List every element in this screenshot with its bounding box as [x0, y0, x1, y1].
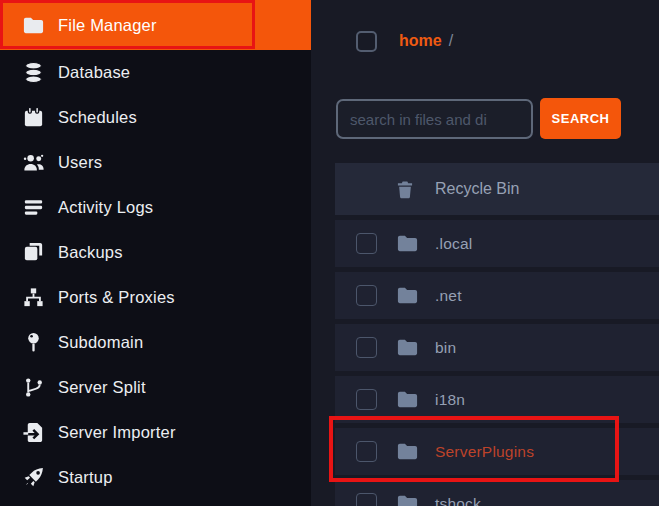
sidebar-item-ports-proxies[interactable]: Ports & Proxies: [0, 275, 311, 320]
database-icon: [22, 61, 45, 84]
recycle-bin-row[interactable]: Recycle Bin: [335, 163, 659, 215]
activity-list-icon: [22, 196, 45, 219]
sidebar-item-schedules[interactable]: Schedules: [0, 95, 311, 140]
file-name[interactable]: bin: [435, 339, 456, 357]
file-import-icon: [22, 421, 45, 444]
file-name[interactable]: tshock: [435, 495, 481, 506]
calendar-icon: [22, 106, 45, 129]
table-row-tshock[interactable]: tshock: [335, 480, 659, 506]
users-icon: [22, 151, 45, 174]
folder-icon: [396, 440, 419, 463]
sidebar-item-subdomain[interactable]: Subdomain: [0, 320, 311, 365]
folder-icon: [396, 336, 419, 359]
rocket-icon: [22, 466, 45, 489]
table-row-i18n[interactable]: i18n: [335, 376, 659, 423]
trash-icon: [395, 179, 415, 200]
file-name[interactable]: .net: [435, 287, 462, 305]
breadcrumb-separator: /: [449, 32, 453, 50]
file-name[interactable]: .local: [435, 235, 472, 253]
select-all-checkbox[interactable]: [356, 31, 377, 52]
pin-icon: [22, 331, 45, 354]
sidebar-item-activity-logs[interactable]: Activity Logs: [0, 185, 311, 230]
folder-icon: [396, 492, 419, 506]
folder-icon: [396, 388, 419, 411]
file-name[interactable]: i18n: [435, 391, 465, 409]
sidebar-item-server-split[interactable]: Server Split: [0, 365, 311, 410]
row-checkbox[interactable]: [356, 441, 377, 462]
branch-icon: [22, 376, 45, 399]
breadcrumb: home /: [399, 32, 453, 50]
row-checkbox[interactable]: [356, 337, 377, 358]
search-input[interactable]: [336, 99, 533, 139]
copy-icon: [22, 241, 45, 264]
recycle-bin-label: Recycle Bin: [435, 180, 519, 198]
table-row-bin[interactable]: bin: [335, 324, 659, 371]
sidebar-nav: File Manager Database Schedules Users Ac…: [0, 0, 311, 506]
table-row-net[interactable]: .net: [335, 272, 659, 319]
file-table: Recycle Bin .local .net bin i18n ServerP…: [335, 163, 659, 506]
network-icon: [22, 286, 45, 309]
table-row-local[interactable]: .local: [335, 220, 659, 267]
row-checkbox[interactable]: [356, 233, 377, 254]
breadcrumb-home-link[interactable]: home: [399, 32, 442, 50]
search-button[interactable]: SEARCH: [540, 98, 621, 139]
sidebar-item-database[interactable]: Database: [0, 50, 311, 95]
sidebar-item-backups[interactable]: Backups: [0, 230, 311, 275]
table-row-serverplugins[interactable]: ServerPlugins: [335, 428, 659, 475]
sidebar-item-users[interactable]: Users: [0, 140, 311, 185]
folder-icon: [396, 284, 419, 307]
row-checkbox[interactable]: [356, 285, 377, 306]
folder-icon: [22, 14, 45, 37]
app-window: File Manager Database Schedules Users Ac…: [0, 0, 659, 506]
row-checkbox[interactable]: [356, 493, 377, 506]
sidebar-item-file-manager[interactable]: File Manager: [0, 0, 311, 50]
folder-icon: [396, 232, 419, 255]
sidebar-item-server-importer[interactable]: Server Importer: [0, 410, 311, 455]
sidebar-item-startup[interactable]: Startup: [0, 455, 311, 500]
row-checkbox[interactable]: [356, 389, 377, 410]
file-name[interactable]: ServerPlugins: [435, 443, 534, 461]
